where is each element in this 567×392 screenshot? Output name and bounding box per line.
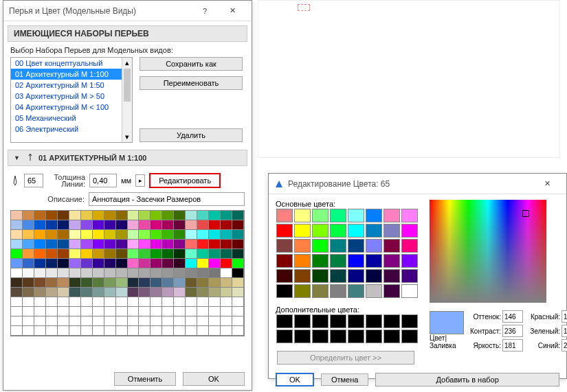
basic-color-swatch[interactable]: [366, 284, 382, 298]
palette-swatch[interactable]: [221, 268, 232, 278]
palette-swatch[interactable]: [209, 230, 221, 240]
palette-swatch[interactable]: [116, 316, 128, 326]
palette-swatch[interactable]: [174, 326, 186, 336]
green-input[interactable]: [562, 325, 567, 337]
basic-color-swatch[interactable]: [330, 269, 346, 283]
palette-swatch[interactable]: [128, 268, 140, 278]
palette-swatch[interactable]: [46, 278, 58, 288]
palette-swatch[interactable]: [23, 259, 34, 268]
additional-color-swatch[interactable]: [312, 330, 329, 343]
cancel-button[interactable]: Отменить: [114, 372, 176, 386]
penset-item[interactable]: 03 Архитектурный М > 50: [11, 91, 132, 102]
palette-swatch[interactable]: [11, 326, 23, 336]
palette-swatch[interactable]: [58, 297, 69, 307]
palette-swatch[interactable]: [104, 211, 116, 220]
palette-swatch[interactable]: [11, 230, 23, 240]
palette-swatch[interactable]: [116, 307, 128, 316]
scroll-down-icon[interactable]: ▾: [122, 132, 132, 142]
palette-swatch[interactable]: [128, 211, 140, 220]
additional-color-swatch[interactable]: [276, 314, 293, 328]
palette-swatch[interactable]: [128, 326, 140, 336]
basic-color-swatch[interactable]: [312, 239, 329, 253]
palette-swatch[interactable]: [81, 249, 93, 259]
palette-swatch[interactable]: [81, 230, 93, 240]
penset-item[interactable]: 00 Цвет концептуальный: [11, 58, 132, 69]
palette-swatch[interactable]: [104, 316, 116, 326]
palette-swatch[interactable]: [23, 268, 34, 278]
palette-swatch[interactable]: [197, 278, 209, 288]
palette-swatch[interactable]: [209, 326, 221, 336]
palette-swatch[interactable]: [139, 240, 151, 249]
basic-color-swatch[interactable]: [348, 239, 364, 253]
palette-swatch[interactable]: [162, 240, 174, 249]
lum-input[interactable]: [502, 339, 523, 351]
basic-colors-grid[interactable]: [276, 208, 420, 299]
palette-swatch[interactable]: [116, 278, 128, 288]
palette-swatch[interactable]: [23, 249, 34, 259]
basic-color-swatch[interactable]: [330, 239, 346, 253]
palette-swatch[interactable]: [46, 316, 58, 326]
palette-swatch[interactable]: [116, 326, 128, 336]
additional-color-swatch[interactable]: [348, 330, 364, 343]
palette-swatch[interactable]: [221, 259, 232, 268]
scrollbar[interactable]: ▴ ▾: [122, 58, 132, 142]
palette-swatch[interactable]: [104, 288, 116, 297]
blue-input[interactable]: [562, 339, 567, 351]
palette-swatch[interactable]: [151, 326, 162, 336]
basic-color-swatch[interactable]: [330, 284, 346, 298]
palette-swatch[interactable]: [11, 316, 23, 326]
pen-color-palette[interactable]: [10, 210, 245, 336]
palette-swatch[interactable]: [128, 240, 140, 249]
palette-swatch[interactable]: [162, 211, 174, 220]
palette-swatch[interactable]: [46, 211, 58, 220]
palette-swatch[interactable]: [186, 220, 197, 230]
palette-swatch[interactable]: [46, 259, 58, 268]
palette-swatch[interactable]: [34, 220, 46, 230]
palette-swatch[interactable]: [139, 297, 151, 307]
palette-swatch[interactable]: [151, 307, 162, 316]
palette-swatch[interactable]: [232, 230, 244, 240]
palette-swatch[interactable]: [151, 230, 162, 240]
palette-swatch[interactable]: [58, 326, 69, 336]
palette-swatch[interactable]: [186, 316, 197, 326]
palette-swatch[interactable]: [197, 297, 209, 307]
palette-swatch[interactable]: [93, 230, 104, 240]
palette-swatch[interactable]: [104, 307, 116, 316]
palette-swatch[interactable]: [162, 249, 174, 259]
palette-swatch[interactable]: [186, 240, 197, 249]
palette-swatch[interactable]: [11, 278, 23, 288]
save-as-button[interactable]: Сохранить как: [140, 57, 243, 71]
palette-swatch[interactable]: [221, 240, 232, 249]
color-spectrum[interactable]: [430, 200, 546, 303]
additional-color-swatch[interactable]: [401, 314, 418, 328]
palette-swatch[interactable]: [232, 249, 244, 259]
color-cancel-button[interactable]: Отмена: [321, 373, 368, 386]
palette-swatch[interactable]: [11, 288, 23, 297]
palette-swatch[interactable]: [11, 297, 23, 307]
additional-color-swatch[interactable]: [383, 314, 400, 328]
palette-swatch[interactable]: [209, 307, 221, 316]
palette-swatch[interactable]: [209, 211, 221, 220]
palette-swatch[interactable]: [186, 307, 197, 316]
palette-swatch[interactable]: [197, 249, 209, 259]
red-input[interactable]: [562, 310, 567, 323]
pen-number-input[interactable]: [24, 174, 43, 187]
palette-swatch[interactable]: [69, 288, 81, 297]
palette-swatch[interactable]: [58, 278, 69, 288]
basic-color-swatch[interactable]: [383, 224, 400, 238]
palette-swatch[interactable]: [221, 249, 232, 259]
palette-swatch[interactable]: [58, 249, 69, 259]
palette-swatch[interactable]: [23, 230, 34, 240]
basic-color-swatch[interactable]: [383, 254, 400, 268]
additional-color-swatch[interactable]: [366, 314, 382, 328]
palette-swatch[interactable]: [93, 259, 104, 268]
palette-swatch[interactable]: [232, 316, 244, 326]
define-color-button[interactable]: Определить цвет >>: [277, 351, 414, 365]
palette-swatch[interactable]: [139, 211, 151, 220]
palette-swatch[interactable]: [186, 326, 197, 336]
palette-swatch[interactable]: [209, 316, 221, 326]
palette-swatch[interactable]: [34, 230, 46, 240]
palette-swatch[interactable]: [34, 240, 46, 249]
palette-swatch[interactable]: [11, 220, 23, 230]
palette-swatch[interactable]: [93, 288, 104, 297]
